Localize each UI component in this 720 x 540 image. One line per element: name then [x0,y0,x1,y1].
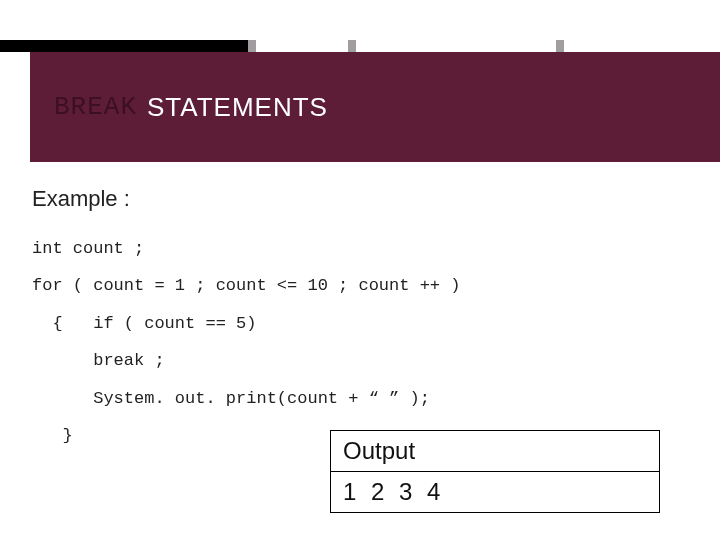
code-line: break ; [32,351,165,370]
slide-title-banner: BREAK STATEMENTS [30,52,720,162]
code-line: int count ; [32,239,144,258]
output-numbers: 1 2 3 4 [343,478,444,505]
decorative-top-bars [0,40,720,52]
code-line: } [32,426,73,445]
output-box: Output 1 2 3 4 [330,430,660,513]
bar-segment [348,40,356,52]
code-line: System. out. print(count + “ ” ); [32,389,430,408]
bar-segment [556,40,564,52]
bar-segment [564,40,720,52]
code-line: { if ( count == 5) [32,314,256,333]
slide-content: Example : int count ; for ( count = 1 ; … [0,162,720,454]
output-label: Output [331,431,659,472]
bar-segment [248,40,256,52]
code-line: for ( count = 1 ; count <= 10 ; count ++… [32,276,460,295]
title-keyword: BREAK [54,92,137,122]
code-block: int count ; for ( count = 1 ; count <= 1… [32,230,688,454]
title-text: STATEMENTS [147,92,328,123]
example-heading: Example : [32,186,688,212]
output-values: 1 2 3 4 [331,472,659,512]
bar-segment [356,40,556,52]
bar-segment [256,40,348,52]
bar-segment [0,40,248,52]
